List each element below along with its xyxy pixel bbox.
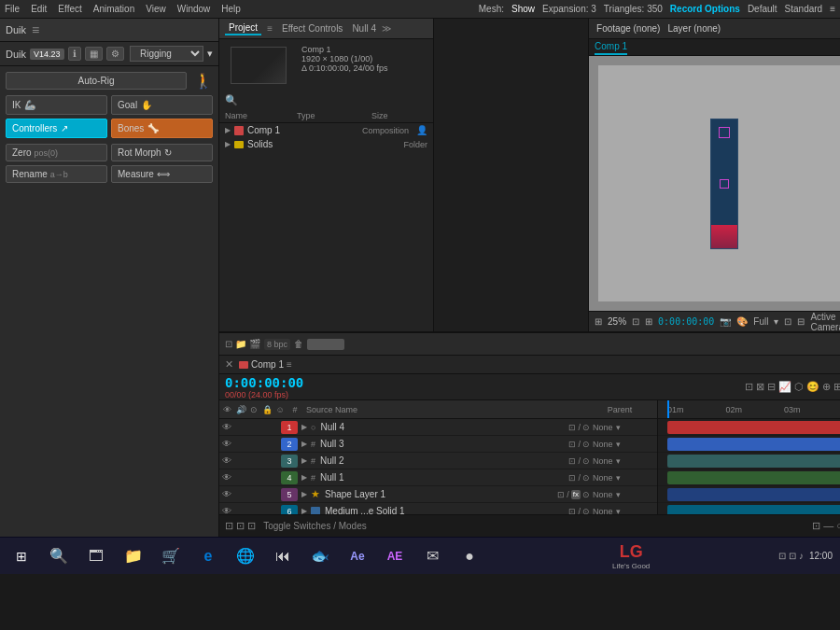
menu-help[interactable]: Help — [221, 4, 241, 14]
comp-tab[interactable]: Comp 1 ≡ — [239, 359, 292, 370]
viewer-record-icon[interactable]: ⊟ — [797, 316, 805, 327]
tl-icon-trash[interactable]: 🗑 — [294, 339, 303, 349]
solids-item[interactable]: ▶ Solids Folder — [219, 137, 433, 151]
collapse-icon[interactable]: ⊕ — [822, 381, 831, 393]
layer3-parent-arrow[interactable]: ▾ — [616, 456, 621, 466]
menu-view[interactable]: View — [146, 4, 166, 14]
auto-rig-btn[interactable]: Auto-Rig — [6, 72, 187, 90]
panel-menu[interactable]: ≡ — [267, 23, 273, 34]
snap-icon[interactable]: ⊡ — [745, 381, 753, 393]
layer4-solo-icon[interactable]: / — [578, 473, 581, 483]
windows-btn[interactable]: ⊞ — [7, 542, 35, 570]
viewer-screen-icon[interactable]: ⊡ — [784, 316, 791, 327]
playhead[interactable] — [667, 400, 669, 418]
standard-menu-icon[interactable]: ≡ — [830, 4, 835, 14]
comp1-item[interactable]: ▶ Comp 1 Composition 👤 — [219, 123, 433, 137]
orb-btn[interactable]: ● — [455, 542, 483, 570]
duik-grid-btn[interactable]: ▦ — [85, 47, 103, 61]
ae-btn[interactable]: Ae — [343, 542, 371, 570]
layer2-solo-icon[interactable]: / — [578, 440, 581, 449]
search-btn[interactable]: 🔍 — [45, 542, 73, 570]
layer1-solo-icon[interactable]: / — [578, 423, 581, 432]
menu-animation[interactable]: Animation — [93, 4, 134, 14]
tl-close[interactable]: ✕ — [225, 358, 233, 371]
ae2-btn[interactable]: AE — [381, 542, 409, 570]
layer6-solo-icon[interactable]: / — [578, 507, 581, 515]
layer5-parent-arrow[interactable]: ▾ — [616, 490, 621, 499]
measure-btn[interactable]: Measure ⟺ — [111, 165, 213, 183]
rigging-dropdown[interactable]: Rigging Animation — [130, 46, 203, 62]
bones-btn[interactable]: Bones 🦴 — [111, 119, 213, 138]
project-expand[interactable]: ≫ — [382, 23, 391, 34]
edge-btn[interactable]: e — [194, 542, 222, 570]
frame-icon[interactable]: ⊞ — [833, 381, 840, 393]
controllers-btn[interactable]: Controllers ↗ — [6, 119, 107, 138]
layer3-play[interactable]: ▶ — [300, 456, 309, 465]
tl-icon-folder[interactable]: 📁 — [235, 339, 246, 349]
chrome-btn[interactable]: 🌐 — [231, 542, 259, 570]
quality-arrow[interactable]: ▾ — [774, 316, 778, 327]
draft-icon[interactable]: ⊟ — [767, 381, 776, 393]
ik-btn[interactable]: IK 🦾 — [6, 95, 107, 115]
rename-btn[interactable]: Rename a→b — [6, 165, 107, 183]
layer3-vis[interactable]: 👁 — [219, 455, 234, 466]
duik-settings-btn[interactable]: ⚙ — [106, 47, 124, 61]
duik-info-btn[interactable]: ℹ — [68, 47, 81, 61]
mask-icon[interactable]: ⬡ — [794, 381, 804, 393]
layer6-vis[interactable]: 👁 — [219, 506, 234, 514]
toggle-switches-label[interactable]: Toggle Switches / Modes — [263, 521, 367, 531]
zoom-expand-icon[interactable]: ⊡ — [632, 316, 639, 327]
layer1-parent-arrow[interactable]: ▾ — [616, 423, 621, 432]
graph-icon[interactable]: 📈 — [778, 381, 791, 393]
record-options[interactable]: Record Options — [670, 4, 740, 14]
layer6-parent-arrow[interactable]: ▾ — [616, 507, 621, 515]
goal-btn[interactable]: Goal ✋ — [111, 95, 213, 115]
zoom-fit-icon[interactable]: ⊞ — [645, 316, 652, 327]
layer5-motion-icon[interactable]: ⊡ — [557, 490, 565, 499]
zoom-value[interactable]: 25% — [608, 316, 626, 327]
layer6-motion-icon[interactable]: ⊡ — [568, 507, 576, 515]
layer2-play[interactable]: ▶ — [300, 440, 309, 448]
layer2-vis[interactable]: 👁 — [219, 439, 234, 449]
mail-btn[interactable]: ✉ — [418, 542, 446, 570]
rigging-arrow[interactable]: ▾ — [207, 48, 213, 60]
duik-menu-icon[interactable]: ≡ — [32, 22, 39, 37]
fruity-btn[interactable]: 🐟 — [306, 542, 334, 570]
layer4-vis[interactable]: 👁 — [219, 472, 234, 483]
comp-tab-menu[interactable]: ≡ — [287, 359, 292, 370]
zero-btn[interactable]: Zero pos(0) — [6, 144, 107, 161]
comp1-viewer-tab[interactable]: Comp 1 — [595, 39, 627, 55]
layer4-motion-icon[interactable]: ⊡ — [568, 473, 576, 483]
layer1-play[interactable]: ▶ — [300, 423, 309, 431]
full-label[interactable]: Full — [753, 316, 768, 327]
layer4-parent-arrow[interactable]: ▾ — [616, 473, 621, 483]
layer3-motion-icon[interactable]: ⊡ — [568, 456, 576, 466]
motion-blur-icon[interactable]: ⊠ — [756, 381, 764, 393]
comp-canvas[interactable] — [589, 56, 840, 311]
explorer-btn[interactable]: 📁 — [119, 542, 147, 570]
layer5-solo-icon[interactable]: / — [567, 490, 569, 499]
tl-icon-panel[interactable]: ⊡ — [225, 339, 232, 349]
layer5-vis[interactable]: 👁 — [219, 489, 234, 499]
layer4-play[interactable]: ▶ — [300, 473, 309, 482]
layer5-play[interactable]: ▶ — [300, 490, 309, 498]
menu-edit[interactable]: Edit — [31, 4, 47, 14]
layer1-motion-icon[interactable]: ⊡ — [568, 423, 576, 432]
project-tab[interactable]: Project — [225, 21, 261, 35]
menu-window[interactable]: Window — [177, 4, 211, 14]
menu-file[interactable]: File — [5, 4, 20, 14]
menu-effect[interactable]: Effect — [58, 4, 81, 14]
media-btn[interactable]: ⏮ — [269, 542, 297, 570]
layer1-vis[interactable]: 👁 — [219, 422, 234, 432]
effect-controls-tab[interactable]: Effect Controls — [278, 22, 346, 35]
layer2-motion-icon[interactable]: ⊡ — [568, 440, 576, 449]
task-view-btn[interactable]: 🗔 — [82, 542, 110, 570]
store-btn[interactable]: 🛒 — [157, 542, 185, 570]
layer6-play[interactable]: ▶ — [300, 507, 309, 514]
tl-icon-comp[interactable]: 🎬 — [249, 339, 260, 349]
layer3-solo-icon[interactable]: / — [578, 456, 581, 466]
shy-icon[interactable]: 😊 — [806, 381, 819, 393]
rot-morph-btn[interactable]: Rot Morph ↻ — [111, 144, 213, 161]
main-timecode[interactable]: 0:00:00:00 — [225, 375, 303, 390]
layer2-parent-arrow[interactable]: ▾ — [616, 440, 621, 449]
